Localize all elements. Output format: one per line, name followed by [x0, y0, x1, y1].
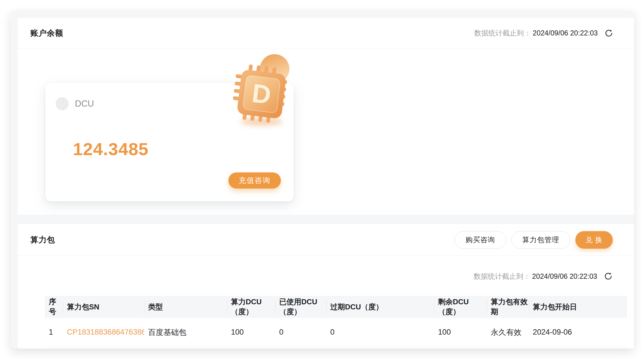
- refresh-icon[interactable]: [603, 28, 614, 39]
- stats-deadline-time: 2024/09/06 20:22:03: [533, 29, 598, 37]
- col-total-dcu: 算力DCU（度）: [227, 296, 275, 318]
- package-actions: 购买咨询 算力包管理 兑 换: [454, 231, 613, 249]
- cell-validity: 永久有效: [487, 318, 529, 347]
- col-used-dcu: 已使用DCU（度）: [275, 296, 326, 318]
- recharge-consult-button[interactable]: 充值咨询: [228, 172, 281, 189]
- cell-sn: CP1831883686476386304: [63, 318, 144, 347]
- dcu-dot-icon: [56, 97, 69, 110]
- cell-type: 百度基础包: [144, 318, 227, 347]
- table-header-row: 序号 算力包SN 类型 算力DCU（度） 已使用DCU（度） 过期DCU（度） …: [45, 296, 627, 318]
- dcu-balance-value: 124.3485: [73, 139, 149, 159]
- dcu-balance-card: DCU 124.3485 充值咨询: [45, 83, 294, 201]
- cell-expired-dcu: 0: [326, 318, 434, 347]
- col-start-date: 算力包开始日: [529, 296, 627, 318]
- cell-start-date: 2024-09-06: [529, 318, 627, 347]
- package-stats: 数据统计截止到： 2024/09/06 20:22:03: [474, 271, 614, 282]
- package-manage-button[interactable]: 算力包管理: [511, 231, 570, 249]
- cell-used-dcu: 0: [275, 318, 326, 347]
- cell-remaining-dcu: 100: [434, 318, 487, 347]
- balance-stats: 数据统计截止到： 2024/09/06 20:22:03: [474, 28, 614, 39]
- main-panel: 账户余额 数据统计截止到： 2024/09/06 20:22:03 DCU 12…: [10, 10, 634, 349]
- col-validity: 算力包有效期: [487, 296, 529, 318]
- dcu-label-row: DCU: [56, 97, 94, 110]
- stats-deadline-time: 2024/09/06 20:22:03: [532, 272, 597, 280]
- col-expired-dcu: 过期DCU（度）: [326, 296, 434, 318]
- stats-deadline-label: 数据统计截止到：: [474, 28, 531, 38]
- package-section-header: 算力包 购买咨询 算力包管理 兑 换: [18, 224, 634, 256]
- refresh-icon[interactable]: [603, 271, 614, 282]
- cell-index: 1: [45, 318, 63, 347]
- balance-section-title: 账户余额: [30, 28, 63, 39]
- col-index: 序号: [45, 296, 63, 318]
- package-section-title: 算力包: [30, 235, 55, 245]
- dcu-currency-label: DCU: [75, 99, 94, 109]
- col-sn: 算力包SN: [63, 296, 144, 318]
- stats-deadline-label: 数据统计截止到：: [474, 272, 531, 281]
- col-type: 类型: [144, 296, 227, 318]
- col-remaining-dcu: 剩余DCU（度）: [434, 296, 487, 318]
- cell-total-dcu: 100: [227, 318, 275, 347]
- balance-section-header: 账户余额 数据统计截止到： 2024/09/06 20:22:03: [18, 18, 634, 48]
- table-row: 1 CP1831883686476386304 百度基础包 100 0 0 10…: [45, 318, 627, 347]
- package-table: 序号 算力包SN 类型 算力DCU（度） 已使用DCU（度） 过期DCU（度） …: [45, 296, 627, 347]
- redeem-button[interactable]: 兑 换: [575, 231, 613, 249]
- compute-package-card: 算力包 购买咨询 算力包管理 兑 换 数据统计截止到： 2024/09/06 2…: [18, 224, 634, 349]
- account-balance-card: 账户余额 数据统计截止到： 2024/09/06 20:22:03 DCU 12…: [18, 18, 634, 215]
- purchase-consult-button[interactable]: 购买咨询: [454, 231, 506, 249]
